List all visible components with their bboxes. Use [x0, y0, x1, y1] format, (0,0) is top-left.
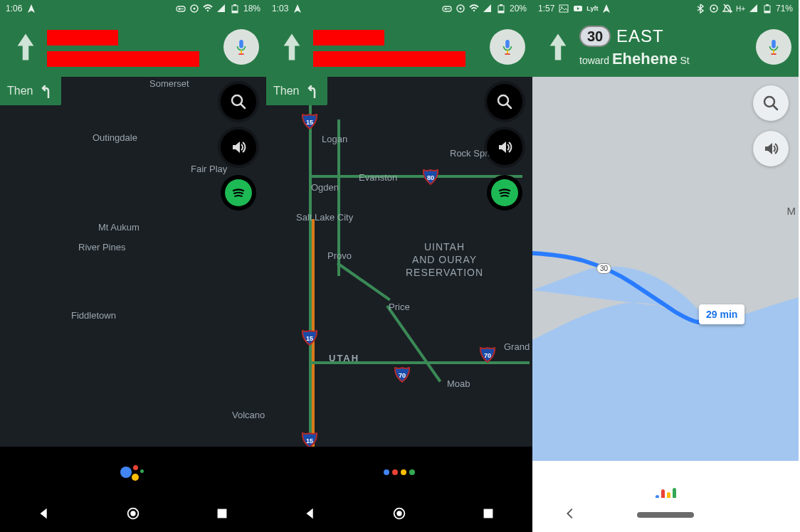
nav-cursor-icon: [601, 4, 611, 14]
back-button[interactable]: [302, 506, 318, 524]
redacted-block: [47, 30, 118, 46]
map-label-grandjun: Grand Junction: [504, 341, 532, 352]
interstate-shield-icon: 70: [394, 367, 410, 383]
interstate-shield-icon: 15: [302, 114, 317, 129]
search-fab[interactable]: [487, 84, 522, 119]
battery-icon: [230, 4, 240, 14]
floating-buttons: [221, 84, 256, 211]
phone-screenshot-1: 1:06 18% Then: [0, 0, 266, 532]
assistant-dots-icon: [384, 469, 415, 475]
then-step-chip[interactable]: Then: [266, 77, 327, 105]
battery-icon: [496, 4, 506, 14]
map-label-price: Price: [389, 302, 410, 312]
android-nav-bar: [266, 498, 532, 532]
wifi-icon: [203, 4, 213, 14]
map-label-mtaukum: Mt Aukum: [98, 222, 140, 233]
turn-left-icon: [305, 84, 319, 98]
status-bar: 1:57 Lyft H+ 71%: [532, 0, 799, 17]
turn-left-icon: [38, 84, 53, 98]
then-label: Then: [7, 85, 33, 97]
assistant-bar[interactable]: [0, 447, 266, 498]
youtube-notif-icon: [573, 4, 583, 14]
status-bar: 1:06 18%: [0, 0, 266, 17]
map-label-somerset: Somerset: [149, 78, 189, 89]
svg-text:80: 80: [427, 174, 434, 181]
map-label-moab: Moab: [447, 378, 470, 389]
vpn-icon: [442, 4, 452, 14]
road-minor: [337, 262, 391, 301]
android-nav-bar: [0, 498, 266, 532]
home-button[interactable]: [125, 506, 141, 524]
home-button[interactable]: [391, 506, 407, 524]
navigation-header[interactable]: 30 EAST toward Ehehene St: [532, 17, 799, 77]
route-shield-small: 30: [596, 263, 611, 274]
map-label-slc: Salt Lake City: [296, 212, 353, 223]
battery-text: 71%: [776, 4, 793, 14]
direction-text: 30 EAST toward Ehehene St: [579, 26, 750, 68]
redacted-block: [313, 51, 465, 67]
map-label-reservation: UINTAH AND OURAY RESERVATION: [406, 240, 483, 280]
voice-search-button[interactable]: [223, 29, 259, 65]
wifi-icon: [469, 4, 479, 14]
navigation-header[interactable]: [266, 17, 532, 77]
status-bar: 1:03 20%: [266, 0, 532, 17]
map-label-ogden: Ogden: [311, 182, 339, 193]
volume-fab[interactable]: [753, 131, 789, 166]
home-pill[interactable]: [637, 512, 694, 518]
android-nav-bar: [532, 498, 799, 532]
volume-fab[interactable]: [487, 129, 522, 165]
nav-cursor-icon: [26, 4, 36, 14]
signal-icon: [216, 4, 226, 14]
spotify-fab[interactable]: [487, 175, 522, 211]
recent-button[interactable]: [214, 506, 230, 524]
lyft-notif-icon: Lyft: [587, 4, 597, 14]
back-button[interactable]: [36, 506, 52, 524]
spotify-icon: [225, 179, 252, 206]
map-label-logan: Logan: [322, 134, 347, 144]
toward-suffix: St: [680, 55, 690, 66]
floating-buttons: [487, 84, 522, 211]
volume-fab[interactable]: [221, 129, 256, 165]
location-icon: [709, 4, 719, 14]
then-step-chip[interactable]: Then: [0, 77, 61, 105]
direction-arrow-icon: [4, 31, 47, 63]
map-label-provo: Provo: [327, 250, 352, 261]
map-label-fiddletown: Fiddletown: [71, 310, 116, 321]
then-label: Then: [273, 85, 299, 97]
back-button[interactable]: [562, 506, 578, 524]
battery-text: 18%: [243, 4, 260, 14]
route-shield: 30: [579, 26, 611, 47]
interstate-shield-icon: 70: [480, 347, 495, 363]
hplus-icon: H+: [736, 5, 745, 13]
map-label-edge: M: [787, 205, 796, 217]
assistant-orb-icon: [120, 462, 146, 482]
signal-icon: [483, 4, 493, 14]
clock-text: 1:03: [272, 4, 288, 14]
map-label-volcano: Volcano: [232, 410, 265, 420]
assistant-bar[interactable]: [266, 447, 532, 498]
eta-pill: 29 min: [699, 304, 744, 324]
voice-search-button[interactable]: [490, 29, 525, 65]
location-icon: [456, 4, 465, 14]
recent-button[interactable]: [480, 506, 496, 524]
navigation-header[interactable]: [0, 17, 266, 77]
silent-icon: [722, 4, 732, 14]
battery-icon: [762, 4, 772, 14]
redacted-block: [313, 30, 384, 46]
spotify-icon: [491, 179, 518, 206]
svg-rect-25: [559, 5, 568, 12]
clock-text: 1:57: [538, 4, 554, 14]
voice-search-button[interactable]: [756, 29, 791, 65]
direction-text-redacted: [47, 27, 218, 67]
location-icon: [189, 4, 199, 14]
direction-arrow-icon: [537, 31, 579, 63]
search-fab[interactable]: [753, 85, 789, 121]
toward-main: Ehehene: [612, 50, 678, 68]
svg-text:15: 15: [306, 335, 313, 342]
spotify-fab[interactable]: [221, 175, 256, 211]
svg-text:15: 15: [306, 119, 313, 126]
nav-cursor-icon: [293, 4, 302, 14]
bluetooth-icon: [695, 4, 705, 14]
heading-text: EAST: [616, 26, 664, 46]
search-fab[interactable]: [221, 84, 256, 119]
